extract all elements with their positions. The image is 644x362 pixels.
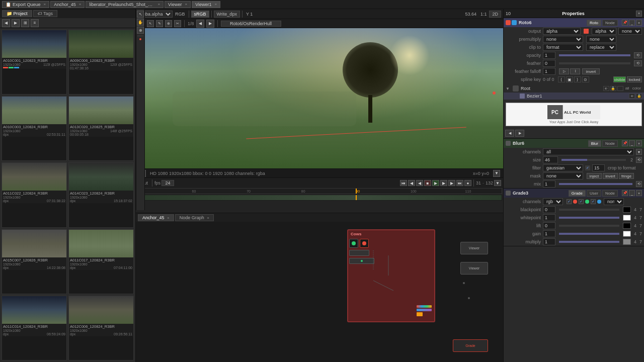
node-tree-root[interactable]: ▼ Root 👁 🔒 all color xyxy=(504,84,644,93)
vt-zoom-tool[interactable]: ⊕ xyxy=(137,27,144,34)
spline-locked-btn[interactable]: locked xyxy=(627,76,642,82)
premultiply-select2[interactable]: none xyxy=(586,36,616,43)
thumbnail-item[interactable]: A012C006_120824_R3BR 1920x1080 dpx 09:26… xyxy=(68,296,134,360)
sk-btn4[interactable]: ⊙ xyxy=(582,76,589,82)
channels-select[interactable]: all xyxy=(543,148,634,155)
tl-to-end[interactable]: ⏭ xyxy=(456,180,463,186)
viewer-node-1[interactable]: Viewer xyxy=(460,242,488,254)
sk-btn2[interactable]: ▣ xyxy=(566,76,573,82)
green-check[interactable] xyxy=(579,199,584,204)
blur-header[interactable]: Blur6 Blur Node 📌 _ × xyxy=(504,139,644,148)
grade-min-btn[interactable]: _ xyxy=(629,190,635,196)
tl-fwd-play[interactable]: ▶ xyxy=(440,180,447,186)
toolbar-list-btn[interactable]: ≡ xyxy=(31,19,39,27)
tab-export-queue[interactable]: 📋 Export Queue × xyxy=(2,1,49,8)
node-mini-item[interactable] xyxy=(349,250,369,256)
tl-to-start[interactable]: ⏮ xyxy=(400,180,407,186)
blackpoint-slider[interactable] xyxy=(559,209,619,211)
blue-check[interactable] xyxy=(591,199,596,204)
multiply-input[interactable] xyxy=(543,238,555,245)
filter-size-input[interactable] xyxy=(592,164,605,171)
viewer-node-2[interactable]: Viewer xyxy=(460,262,488,275)
multiply-swatch[interactable] xyxy=(623,239,631,245)
gain-swatch[interactable] xyxy=(623,231,631,237)
vt-select-tool[interactable]: ↖ xyxy=(137,11,144,18)
prop-close-btn[interactable]: × xyxy=(636,11,642,17)
tl-rev-play[interactable]: ◀ xyxy=(416,180,423,186)
root-eye-btn[interactable]: 👁 xyxy=(603,86,609,91)
mask-fringe-btn[interactable]: fringe xyxy=(619,173,634,179)
roto-tab-node[interactable]: Node xyxy=(602,20,618,26)
write-dpx-btn[interactable]: Write_dpx xyxy=(214,11,240,18)
blackpoint-swatch[interactable] xyxy=(623,207,631,213)
output-select[interactable]: alpha xyxy=(543,28,581,35)
grade-header[interactable]: Grade3 Grade User Node 📌 _ × xyxy=(504,189,644,198)
gain-slider[interactable] xyxy=(559,233,619,235)
blur-min-btn[interactable]: _ xyxy=(629,140,635,146)
whitepoint-swatch[interactable] xyxy=(623,215,631,221)
close-bottom-tab[interactable]: × xyxy=(167,216,170,220)
grade-tab-node[interactable]: Node xyxy=(602,190,618,197)
bezier-lock-btn[interactable]: 🔒 xyxy=(636,94,642,99)
output-type-select[interactable]: alpha xyxy=(592,28,616,35)
lift-swatch[interactable] xyxy=(623,223,631,229)
grade-tab-user[interactable]: User xyxy=(587,190,601,197)
internal-node[interactable] xyxy=(349,239,358,248)
close-export-queue[interactable]: × xyxy=(44,2,46,7)
tab-liberator[interactable]: liberator_Prelaunch45_Shot_120_v002 × xyxy=(86,1,164,8)
tool-btn-3[interactable]: ✎ xyxy=(156,20,163,27)
ff-btn2[interactable]: ⌇ xyxy=(570,68,580,74)
tab-viewer1[interactable]: Viewer1 × xyxy=(192,1,220,8)
tl-stop[interactable]: ■ xyxy=(424,180,431,186)
thumbnail-item[interactable]: A011C022_120824_R3BR 1920x1080 dpx 07:31… xyxy=(2,162,67,227)
srgb-btn[interactable]: sRGB xyxy=(191,11,209,18)
mix-slider[interactable] xyxy=(559,183,632,185)
roto-min-btn[interactable]: _ xyxy=(629,20,635,26)
node-graph-panel[interactable]: Cows xyxy=(136,222,503,362)
premultiply-select[interactable]: none xyxy=(543,36,583,43)
thumbnail-item[interactable]: A009C006_120823_R3BR 1920x1080 120f @25F… xyxy=(68,30,134,95)
thumbnail-item[interactable]: A010C001_120823_R3BR 1920x1080 115f @25F… xyxy=(2,30,67,95)
frame-next-btn[interactable]: ▶ xyxy=(206,20,214,28)
clipto-select2[interactable]: replace xyxy=(586,44,616,51)
thumbnail-item[interactable]: A011C017_120824_R3BR 1920x1080 dpx 07:04… xyxy=(68,229,134,294)
close-viewer1[interactable]: × xyxy=(215,2,217,7)
status-settings-btn[interactable]: ▼ xyxy=(493,170,500,177)
lift-input[interactable] xyxy=(543,222,555,229)
frame-prev-btn[interactable]: ◀ xyxy=(196,20,204,28)
thumbnail-item[interactable]: A011C014_120824_R3BR 1920x1080 dpx 06:59… xyxy=(2,296,67,360)
close-ng-tab[interactable]: × xyxy=(207,216,209,220)
red-check[interactable] xyxy=(567,199,572,204)
2d-btn[interactable]: 2D xyxy=(489,11,501,18)
vt-hand-tool[interactable]: ✋ xyxy=(137,19,144,26)
thumbnail-item[interactable]: A015C007_120826_R3BR 1920x1080 dpx 14:22… xyxy=(2,229,67,294)
size-slider[interactable] xyxy=(561,159,626,161)
roto-close-btn[interactable]: × xyxy=(636,20,642,26)
mask-invert-btn[interactable]: invert xyxy=(603,173,618,179)
tool-btn-4[interactable]: ⊕ xyxy=(165,20,172,27)
bezier-eye-btn[interactable]: 👁 xyxy=(629,94,635,99)
spline-visible-btn[interactable]: visible xyxy=(613,76,626,82)
anchor45-bottom-tab[interactable]: Anchor_45 × xyxy=(138,214,174,221)
sk-btn3[interactable]: ⟩ xyxy=(574,76,581,82)
close-viewer[interactable]: × xyxy=(185,2,187,7)
output-blend-select[interactable]: none xyxy=(618,28,642,35)
roto-tab-roto[interactable]: Roto xyxy=(587,20,601,26)
gain-input[interactable] xyxy=(543,230,555,237)
whitepoint-slider[interactable] xyxy=(559,217,619,219)
mask-select[interactable]: none xyxy=(543,172,583,179)
close-anchor45[interactable]: × xyxy=(79,2,82,7)
mix-input[interactable] xyxy=(543,180,555,188)
feather-input[interactable] xyxy=(543,60,555,67)
blur-pin-btn[interactable]: 📌 xyxy=(622,140,628,146)
blur-tab-blur[interactable]: Blur xyxy=(588,140,601,147)
output-x-btn[interactable] xyxy=(584,29,589,34)
thumbnail-item[interactable]: A014C023_120824_R3BR 1920x1080 dpx 15:18… xyxy=(68,162,134,227)
ff-btn1[interactable]: ▷ xyxy=(559,68,569,74)
node-tree-bezier[interactable]: Bezier1 👁 🔒 xyxy=(504,93,644,100)
prev-section-btn[interactable]: ◀ xyxy=(505,130,514,137)
opacity-anim-btn[interactable]: ⟲ xyxy=(634,52,642,58)
tl-next-frame[interactable]: ▶ xyxy=(448,180,455,186)
whitepoint-input[interactable] xyxy=(543,214,555,221)
grade-tab-grade[interactable]: Grade xyxy=(569,190,586,197)
